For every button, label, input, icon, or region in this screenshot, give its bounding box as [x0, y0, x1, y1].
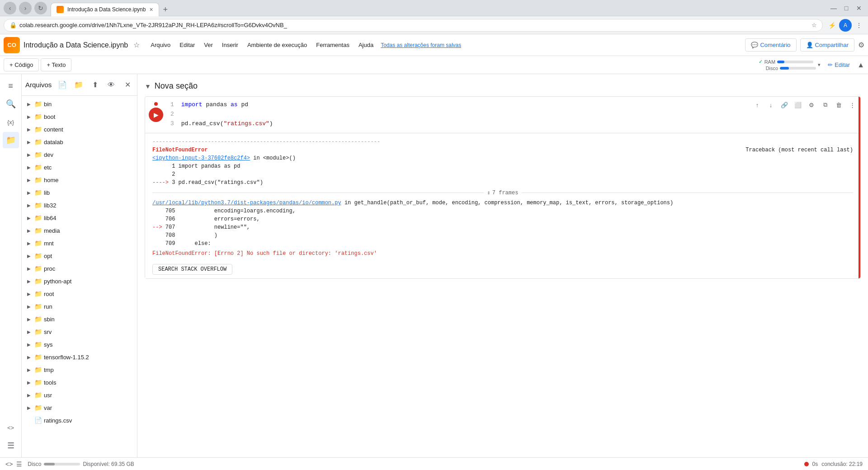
- file-item-lib32[interactable]: ▶ 📁 lib32: [22, 199, 137, 212]
- add-text-button[interactable]: + Texto: [41, 58, 71, 71]
- comment-button[interactable]: 💬 Comentário: [745, 38, 796, 52]
- left-icon-list[interactable]: ☰: [3, 437, 19, 454]
- run-button[interactable]: ▶: [149, 108, 163, 122]
- file-item-opt[interactable]: ▶ 📁 opt: [22, 249, 137, 262]
- settings-button[interactable]: ⚙: [858, 41, 864, 49]
- tab-close-button[interactable]: ×: [149, 6, 153, 13]
- file-item-dev[interactable]: ▶ 📁 dev: [22, 148, 137, 161]
- expand-icon[interactable]: ⬜: [792, 99, 804, 111]
- bottom-list-icon[interactable]: ☰: [16, 461, 22, 468]
- file-item-usr[interactable]: ▶ 📁 usr: [22, 389, 137, 401]
- file-item-datalab[interactable]: ▶ 📁 datalab: [22, 136, 137, 148]
- file-item-sbin[interactable]: ▶ 📁 sbin: [22, 313, 137, 325]
- star-bookmark-icon[interactable]: ☆: [811, 22, 817, 28]
- delete-cell-icon[interactable]: 🗑: [832, 99, 845, 111]
- bottom-bar: <> ☰ Disco Disponível: 69.35 GB 0s concl…: [0, 457, 868, 470]
- file-item-tmp[interactable]: ▶ 📁 tmp: [22, 363, 137, 376]
- file-item-ratings-csv[interactable]: 📄 ratings.csv: [22, 414, 137, 427]
- add-code-button[interactable]: + Código: [4, 58, 39, 71]
- file-item-mnt[interactable]: ▶ 📁 mnt: [22, 237, 137, 249]
- menu-ferramentas[interactable]: Ferramentas: [312, 40, 353, 50]
- menu-icon[interactable]: ⋮: [854, 20, 864, 31]
- file-item-boot[interactable]: ▶ 📁 boot: [22, 110, 137, 123]
- profile-icon[interactable]: A: [839, 19, 852, 32]
- left-icon-code-view[interactable]: <>: [3, 419, 19, 436]
- copy-cell-icon[interactable]: ⧉: [819, 99, 831, 111]
- tree-toggle-opt: ▶: [25, 252, 33, 259]
- folder-icon-lib: 📁: [34, 189, 42, 196]
- star-button[interactable]: ☆: [133, 41, 140, 49]
- file-item-bin[interactable]: ▶ 📁 bin: [22, 98, 137, 110]
- browser-action-icons: — □ ✕: [828, 3, 864, 14]
- share-button[interactable]: 👤 Compartilhar: [800, 38, 854, 52]
- left-icon-code[interactable]: {x}: [3, 114, 19, 130]
- menu-ver[interactable]: Ver: [200, 40, 217, 50]
- new-file-icon[interactable]: 📄: [55, 78, 70, 92]
- close-sidebar-icon[interactable]: ✕: [120, 78, 135, 92]
- bottom-code-icon[interactable]: <>: [5, 461, 13, 468]
- folder-icon-datalab: 📁: [34, 138, 42, 146]
- file-item-tensorflow[interactable]: ▶ 📁 tensorflow-1.15.2: [22, 351, 137, 363]
- move-down-icon[interactable]: ↓: [764, 99, 777, 111]
- file-name-tools: tools: [44, 379, 56, 386]
- menu-editar[interactable]: Editar: [176, 40, 198, 50]
- file-item-media[interactable]: ▶ 📁 media: [22, 224, 137, 237]
- folder-icon-root: 📁: [34, 290, 42, 297]
- logo-text: CO: [7, 42, 16, 48]
- file-item-content[interactable]: ▶ 📁 content: [22, 123, 137, 136]
- menu-arquivo[interactable]: Arquivo: [147, 40, 174, 50]
- link-icon[interactable]: 🔗: [778, 99, 791, 111]
- code-pd-read: pd.read_csv(: [181, 119, 224, 129]
- file-item-etc[interactable]: ▶ 📁 etc: [22, 161, 137, 174]
- reload-button[interactable]: ↻: [34, 2, 47, 14]
- menu-ambiente[interactable]: Ambiente de execução: [244, 40, 311, 50]
- file-item-srv[interactable]: ▶ 📁 srv: [22, 325, 137, 338]
- new-tab-button[interactable]: +: [159, 4, 172, 16]
- new-folder-icon[interactable]: 📁: [71, 78, 86, 92]
- more-options-icon[interactable]: ⋮: [846, 99, 859, 111]
- move-up-icon[interactable]: ↑: [751, 99, 764, 111]
- file-item-lib[interactable]: ▶ 📁 lib: [22, 186, 137, 199]
- close-button[interactable]: ✕: [854, 3, 864, 14]
- tree-toggle-content: ▶: [25, 126, 33, 133]
- tree-toggle-root: ▶: [25, 290, 33, 297]
- file-item-lib64[interactable]: ▶ 📁 lib64: [22, 212, 137, 224]
- edit-button[interactable]: ✏ Editar: [822, 59, 855, 71]
- frame-toggle[interactable]: ⇕ 7 frames: [487, 189, 519, 196]
- upload-icon[interactable]: ⬆: [88, 78, 102, 92]
- file-item-run[interactable]: ▶ 📁 run: [22, 300, 137, 313]
- menu-ajuda[interactable]: Ajuda: [355, 40, 377, 50]
- disk-label-toolbar: Disco: [766, 66, 778, 71]
- file-item-sys[interactable]: ▶ 📁 sys: [22, 338, 137, 351]
- left-icon-files[interactable]: 📁: [3, 132, 19, 148]
- file-item-tools[interactable]: ▶ 📁 tools: [22, 376, 137, 389]
- section-arrow-icon[interactable]: ▼: [145, 83, 151, 90]
- file-item-var[interactable]: ▶ 📁 var: [22, 401, 137, 414]
- filepath-link[interactable]: /usr/local/lib/python3.7/dist-packages/p…: [152, 200, 341, 206]
- dropdown-arrow-icon[interactable]: ▾: [818, 62, 821, 68]
- menu-inserir[interactable]: Inserir: [218, 40, 242, 50]
- ipython-input-link[interactable]: <ipython-input-3-37602fe8c2f4>: [152, 155, 250, 161]
- file-item-home[interactable]: ▶ 📁 home: [22, 174, 137, 186]
- line-num-2: 2: [170, 110, 174, 119]
- minimize-button[interactable]: —: [828, 3, 839, 14]
- tree-toggle-tmp: ▶: [25, 366, 33, 373]
- left-icon-search[interactable]: 🔍: [3, 96, 19, 112]
- folder-icon-usr: 📁: [34, 391, 42, 399]
- search-stack-overflow-button[interactable]: SEARCH STACK OVERFLOW: [152, 264, 232, 275]
- collapse-icon[interactable]: ▲: [857, 61, 864, 69]
- forward-button[interactable]: ›: [19, 2, 32, 14]
- extensions-icon[interactable]: ⚡: [826, 20, 837, 31]
- file-item-proc[interactable]: ▶ 📁 proc: [22, 262, 137, 275]
- active-tab[interactable]: Introdução a Data Science.ipynb ×: [51, 3, 159, 16]
- maximize-button[interactable]: □: [841, 3, 852, 14]
- settings-cell-icon[interactable]: ⚙: [805, 99, 818, 111]
- file-item-python-apt[interactable]: ▶ 📁 python-apt: [22, 275, 137, 287]
- frame-count: 7 frames: [492, 190, 519, 196]
- edit-label: Editar: [835, 61, 850, 68]
- left-icon-menu[interactable]: ≡: [3, 78, 19, 94]
- file-item-root[interactable]: ▶ 📁 root: [22, 287, 137, 300]
- back-button[interactable]: ‹: [4, 2, 16, 14]
- refresh-icon[interactable]: 👁: [104, 78, 118, 92]
- address-bar[interactable]: 🔒 colab.research.google.com/drive/1Nh7Lx…: [4, 19, 823, 32]
